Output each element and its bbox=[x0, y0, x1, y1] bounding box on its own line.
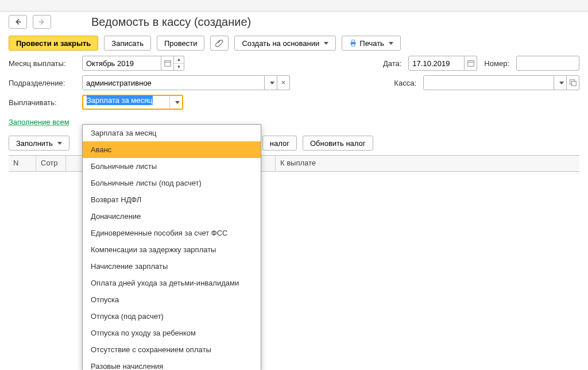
month-calendar-button[interactable] bbox=[161, 56, 174, 71]
update-tax-button[interactable]: Обновить налог bbox=[303, 136, 373, 151]
number-label: Номер: bbox=[484, 59, 513, 68]
pay-type-option[interactable]: Компенсации за задержку зарплаты bbox=[83, 241, 261, 258]
svg-rect-5 bbox=[468, 61, 474, 67]
spin-up-icon[interactable]: ▲ bbox=[174, 56, 184, 64]
paperclip-icon bbox=[215, 39, 223, 47]
fill-label: Заполнить bbox=[16, 139, 53, 148]
pay-type-option[interactable]: Отпуска (под расчет) bbox=[83, 308, 261, 325]
pay-type-option[interactable]: Аванс bbox=[83, 141, 261, 158]
fill-button[interactable]: Заполнить bbox=[9, 136, 69, 151]
date-calendar-button[interactable] bbox=[465, 56, 477, 71]
chevron-down-icon bbox=[389, 42, 393, 45]
number-field[interactable] bbox=[516, 56, 579, 71]
main-toolbar: Провести и закрыть Записать Провести Соз… bbox=[0, 30, 588, 55]
department-dropdown-button[interactable] bbox=[265, 75, 277, 90]
pay-select[interactable]: Зарплата за месяц bbox=[82, 95, 183, 110]
pay-type-option[interactable]: Доначисление bbox=[83, 208, 261, 225]
date-number-block: Дата: Номер: bbox=[383, 56, 579, 71]
pay-type-dropdown[interactable]: Зарплата за месяцАвансБольничные листыБо… bbox=[82, 124, 261, 370]
row-pay: Выплачивать: Зарплата за месяц bbox=[9, 94, 579, 110]
save-button[interactable]: Записать bbox=[104, 36, 151, 51]
pay-select-input[interactable]: Зарплата за месяц bbox=[83, 96, 169, 109]
pay-type-option[interactable]: Больничные листы (под расчет) bbox=[83, 175, 261, 191]
create-based-on-button[interactable]: Создать на основании bbox=[234, 36, 336, 51]
printer-icon bbox=[349, 39, 357, 47]
chevron-down-icon bbox=[175, 101, 180, 104]
open-external-icon bbox=[569, 79, 577, 87]
header-row: Ведомость в кассу (создание) bbox=[0, 11, 588, 30]
pay-type-option[interactable]: Оплата дней ухода за детьми-инвалидами bbox=[83, 275, 261, 291]
tax-button[interactable]: налог bbox=[262, 136, 297, 151]
cashbox-open-button[interactable] bbox=[567, 75, 579, 90]
department-input-wrap: × bbox=[82, 75, 290, 90]
pay-select-dropdown-button[interactable] bbox=[169, 96, 182, 109]
department-clear-button[interactable]: × bbox=[277, 75, 290, 90]
svg-rect-2 bbox=[352, 44, 355, 47]
pay-type-option[interactable]: Разовые начисления bbox=[83, 358, 261, 370]
date-label: Дата: bbox=[383, 59, 405, 68]
pay-type-option[interactable]: Единовременные пособия за счет ФСС bbox=[83, 225, 261, 241]
department-label: Подразделение: bbox=[9, 79, 82, 87]
chevron-down-icon bbox=[270, 82, 274, 84]
pay-label: Выплачивать: bbox=[9, 98, 82, 107]
month-field[interactable] bbox=[82, 56, 161, 71]
month-input-wrap: ▲ ▼ bbox=[82, 56, 184, 71]
pay-select-value: Зарплата за месяц bbox=[87, 95, 153, 105]
pay-type-option[interactable]: Возврат НДФЛ bbox=[83, 191, 261, 208]
fill-all-sums-link[interactable]: Заполнение всем bbox=[9, 118, 69, 126]
row-department-cashbox: Подразделение: × Касса: bbox=[9, 75, 579, 91]
grid-col-n[interactable]: N bbox=[9, 156, 36, 171]
row-month-date-number: Месяц выплаты: ▲ ▼ Дата: Номер: bbox=[9, 55, 579, 71]
svg-rect-8 bbox=[571, 81, 576, 86]
nav-forward-button[interactable] bbox=[33, 15, 51, 29]
print-label: Печать bbox=[359, 39, 384, 48]
close-icon: × bbox=[281, 79, 285, 87]
post-and-close-button[interactable]: Провести и закрыть bbox=[9, 36, 98, 51]
post-button[interactable]: Провести bbox=[157, 36, 205, 51]
pay-type-option[interactable]: Отпуска по уходу за ребенком bbox=[83, 325, 261, 341]
calendar-icon bbox=[467, 59, 475, 67]
pay-type-option[interactable]: Зарплата за месяц bbox=[83, 125, 261, 141]
pay-type-option[interactable]: Начисление зарплаты bbox=[83, 258, 261, 275]
cashbox-block: Касса: bbox=[394, 75, 579, 90]
cashbox-input-wrap bbox=[423, 75, 579, 90]
date-input-wrap bbox=[408, 56, 477, 71]
arrow-left-icon bbox=[14, 18, 22, 26]
print-button[interactable]: Печать bbox=[342, 36, 401, 51]
grid-col-employee[interactable]: Сотр bbox=[36, 156, 66, 171]
create-based-on-label: Создать на основании bbox=[242, 39, 319, 48]
pay-type-option[interactable]: Больничные листы bbox=[83, 158, 261, 175]
cashbox-label: Касса: bbox=[394, 79, 420, 87]
calendar-icon bbox=[164, 59, 172, 67]
arrow-right-icon bbox=[38, 18, 46, 26]
date-field[interactable] bbox=[408, 56, 465, 71]
month-spinner[interactable]: ▲ ▼ bbox=[174, 56, 184, 71]
grid-col-to-pay[interactable]: К выплате bbox=[276, 156, 579, 171]
cashbox-dropdown-button[interactable] bbox=[554, 75, 567, 90]
form-area: Месяц выплаты: ▲ ▼ Дата: Номер: Подра bbox=[0, 55, 588, 130]
window-top-strip bbox=[0, 0, 588, 11]
chevron-down-icon bbox=[559, 82, 564, 84]
month-label: Месяц выплаты: bbox=[9, 59, 82, 68]
cashbox-field[interactable] bbox=[423, 75, 554, 90]
svg-rect-3 bbox=[164, 61, 171, 67]
svg-rect-1 bbox=[352, 40, 355, 43]
chevron-down-icon bbox=[57, 142, 62, 145]
pay-type-option[interactable]: Отсутствие с сохранением оплаты bbox=[83, 341, 261, 358]
department-field[interactable] bbox=[82, 75, 265, 90]
nav-back-button[interactable] bbox=[9, 15, 27, 29]
attach-button[interactable] bbox=[210, 36, 229, 51]
chevron-down-icon bbox=[324, 42, 328, 45]
pay-type-option[interactable]: Отпуска bbox=[83, 291, 261, 308]
page-title: Ведомость в кассу (создание) bbox=[91, 16, 251, 29]
spin-down-icon[interactable]: ▼ bbox=[174, 64, 184, 71]
